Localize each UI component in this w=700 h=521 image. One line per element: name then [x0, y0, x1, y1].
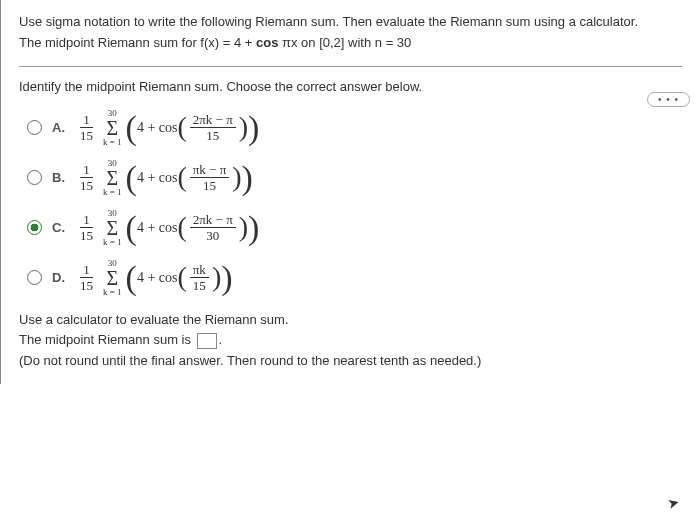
instruction-text: Identify the midpoint Riemann sum. Choos…: [19, 79, 682, 94]
problem-line1: Use sigma notation to write the followin…: [19, 12, 682, 33]
radio-a[interactable]: [27, 120, 42, 135]
formula-b: 115 30Σk = 1 ( 4 + cos ( πk − π15 ) ): [74, 159, 253, 197]
problem-statement: Use sigma notation to write the followin…: [19, 12, 682, 54]
evaluate-instruction: Use a calculator to evaluate the Riemann…: [19, 310, 682, 331]
formula-a: 115 30Σk = 1 ( 4 + cos ( 2πk − π15 ) ): [74, 109, 259, 147]
evaluate-section: Use a calculator to evaluate the Riemann…: [19, 310, 682, 372]
option-label: A.: [52, 120, 74, 135]
option-label: D.: [52, 270, 74, 285]
option-c[interactable]: C. 115 30Σk = 1 ( 4 + cos ( 2πk − π30 ) …: [27, 206, 682, 250]
rounding-note: (Do not round until the final answer. Th…: [19, 351, 682, 372]
answer-line: The midpoint Riemann sum is .: [19, 330, 682, 351]
problem-line2: The midpoint Riemann sum for f(x) = 4 + …: [19, 33, 682, 54]
cursor-icon: ➤: [666, 494, 682, 513]
formula-d: 115 30Σk = 1 ( 4 + cos ( πk15 ) ): [74, 259, 233, 297]
answer-input[interactable]: [197, 333, 217, 349]
radio-b[interactable]: [27, 170, 42, 185]
formula-c: 115 30Σk = 1 ( 4 + cos ( 2πk − π30 ) ): [74, 209, 259, 247]
options-group: A. 115 30Σk = 1 ( 4 + cos ( 2πk − π15 ) …: [27, 106, 682, 300]
divider: [19, 66, 682, 67]
option-b[interactable]: B. 115 30Σk = 1 ( 4 + cos ( πk − π15 ) ): [27, 156, 682, 200]
more-button[interactable]: • • •: [647, 92, 690, 107]
option-d[interactable]: D. 115 30Σk = 1 ( 4 + cos ( πk15 ) ): [27, 256, 682, 300]
option-a[interactable]: A. 115 30Σk = 1 ( 4 + cos ( 2πk − π15 ) …: [27, 106, 682, 150]
option-label: B.: [52, 170, 74, 185]
radio-c[interactable]: [27, 220, 42, 235]
option-label: C.: [52, 220, 74, 235]
radio-d[interactable]: [27, 270, 42, 285]
